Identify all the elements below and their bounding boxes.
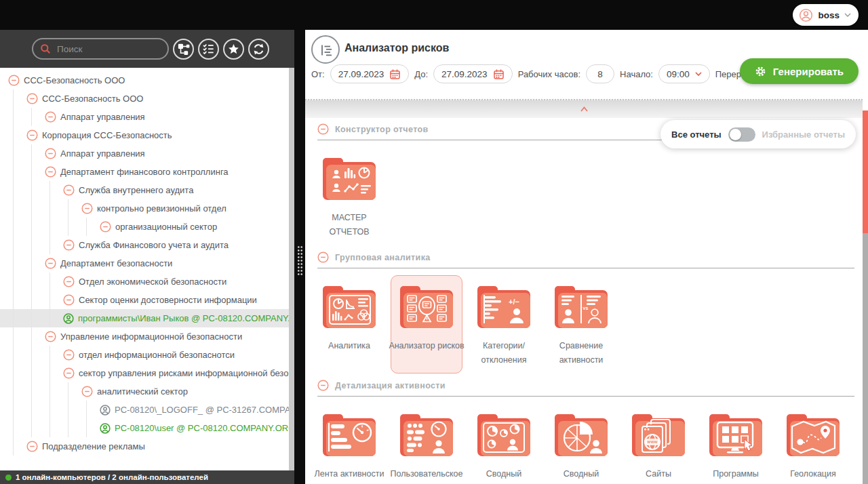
tree-guide-line xyxy=(50,199,50,218)
user-name: boss xyxy=(818,10,840,20)
report-tile-categories[interactable]: +/− Категории/ отклонения xyxy=(468,275,540,374)
tree-guide-line xyxy=(31,236,32,254)
minus-icon[interactable] xyxy=(45,258,56,269)
minus-icon[interactable] xyxy=(63,276,75,287)
user-icon[interactable] xyxy=(63,313,74,324)
minus-icon[interactable] xyxy=(45,148,56,159)
minus-icon[interactable] xyxy=(81,386,93,397)
minus-icon[interactable] xyxy=(100,221,111,233)
tree-guide-line xyxy=(50,346,50,364)
tree-item-label: ССС-Безопасность ООО xyxy=(24,75,125,85)
minus-icon[interactable] xyxy=(63,239,75,251)
tree-item[interactable]: Подразделение рекламы xyxy=(0,437,289,456)
tree-item[interactable]: аналитический сектор xyxy=(0,382,289,401)
tree-item-label: ССС-Безопасность ООО xyxy=(42,94,143,104)
tree-guide-line xyxy=(31,327,32,346)
tree-item[interactable]: программисты\Иван Рыков @ PC-08120.COMPA… xyxy=(0,309,289,327)
main-scrollbar-thumb[interactable] xyxy=(863,110,868,233)
report-tile-summary[interactable]: Сводный xyxy=(545,403,617,484)
tree-item[interactable]: ССС-Безопасность ООО xyxy=(0,71,289,89)
tree-item[interactable]: Корпорация ССС-Безопасность xyxy=(0,126,289,144)
all-reports-label[interactable]: Все отчеты xyxy=(671,129,722,140)
tree-item[interactable]: сектор управления рисками информационной… xyxy=(0,364,289,382)
tree-item-label: PC-08120\user @ PC-08120.COMPANY.ORG xyxy=(115,423,289,433)
minus-icon[interactable] xyxy=(8,75,20,86)
tree-item[interactable]: Сектор оценки достоверности информации xyxy=(0,291,289,309)
calendar-icon[interactable] xyxy=(493,68,505,80)
list-view-button[interactable] xyxy=(198,39,219,60)
tree-item[interactable]: Аппарат управления xyxy=(0,108,289,126)
main-scrollbar[interactable] xyxy=(863,110,868,484)
tree-item[interactable]: PC-08120\_LOGOFF_ @ PC-31267.COMPANY.ORG xyxy=(0,401,289,419)
report-tile-geo[interactable]: Геолокация xyxy=(777,403,849,484)
report-tile-summary-simple[interactable]: Сводный упрощенный xyxy=(468,403,540,484)
minus-icon[interactable] xyxy=(45,166,56,178)
tree-item[interactable]: контрольно ревизионный отдел xyxy=(0,199,289,218)
user-icon[interactable] xyxy=(100,405,111,416)
minus-icon[interactable] xyxy=(45,331,56,342)
start-time-select[interactable]: 09:00 xyxy=(658,64,710,83)
user-time-folder-icon xyxy=(397,412,456,458)
report-tile-risk-analyzer[interactable]: Анализатор рисков xyxy=(391,275,462,374)
report-tile-analytics[interactable]: Аналитика xyxy=(313,275,385,374)
user-menu-button[interactable]: boss xyxy=(793,4,859,26)
tree-item[interactable]: Департамент безопасности xyxy=(0,254,289,273)
report-tile-master-reports[interactable]: МАСТЕР ОТЧЕТОВ xyxy=(313,147,385,245)
tree-item[interactable]: Служба внутреннего аудита xyxy=(0,181,289,199)
structure-view-button[interactable] xyxy=(173,39,194,60)
tree-item[interactable]: отдел информационной безопаснотси xyxy=(0,346,289,364)
tiles-row: Аналитика Анализатор рисков +/− Категори… xyxy=(313,275,854,374)
tree-guide-line xyxy=(86,218,87,236)
minus-icon[interactable] xyxy=(45,111,56,123)
report-tile-user-time[interactable]: Пользовательское время xyxy=(391,403,462,484)
tree-item[interactable]: ССС-Безопасность ООО xyxy=(0,89,289,108)
minus-icon[interactable] xyxy=(63,294,75,306)
minus-icon[interactable] xyxy=(317,380,329,391)
panel-splitter[interactable] xyxy=(294,30,305,484)
minus-icon[interactable] xyxy=(81,203,93,214)
report-tile-activity-feed[interactable]: Лента активности xyxy=(313,403,385,484)
reports-toggle-switch[interactable] xyxy=(728,127,755,142)
collapse-panel-handle[interactable] xyxy=(305,99,863,118)
toggle-knob[interactable] xyxy=(730,129,741,140)
splitter-grip-icon[interactable] xyxy=(297,245,303,277)
user-icon[interactable] xyxy=(100,423,111,434)
generate-button[interactable]: Генерировать xyxy=(740,58,859,84)
chevron-up-icon[interactable] xyxy=(580,106,589,112)
tree-item[interactable]: PC-08120\user @ PC-08120.COMPANY.ORG xyxy=(0,419,289,437)
tree-item[interactable]: Отдел экономической безопасности xyxy=(0,273,289,291)
tree-guide-line xyxy=(31,144,32,163)
tile-label: МАСТЕР ОТЧЕТОВ xyxy=(311,211,387,239)
minus-icon[interactable] xyxy=(26,441,38,452)
favorite-reports-label[interactable]: Избранные отчеты xyxy=(762,129,845,140)
minus-icon[interactable] xyxy=(26,93,38,104)
report-tile-sites[interactable]: WWW Сайты xyxy=(623,403,694,484)
refresh-button[interactable] xyxy=(248,39,269,60)
section-header: Детализация активности xyxy=(317,380,854,397)
sidebar-scrollbar[interactable] xyxy=(289,68,294,470)
minus-icon[interactable] xyxy=(63,367,75,379)
minus-icon[interactable] xyxy=(317,123,329,135)
date-from-input[interactable]: 27.09.2023 xyxy=(330,64,410,83)
calendar-icon[interactable] xyxy=(389,68,401,80)
date-to-input[interactable]: 27.09.2023 xyxy=(433,64,513,83)
tree-item[interactable]: Департамент финансового контроллинга xyxy=(0,163,289,181)
tree-item[interactable]: Аппарат управления xyxy=(0,144,289,163)
work-hours-input[interactable]: 8 xyxy=(586,64,614,83)
favorites-button[interactable] xyxy=(223,39,244,60)
tree-guide-line xyxy=(13,181,14,199)
tree-guide-line xyxy=(31,364,32,382)
minus-icon[interactable] xyxy=(26,129,38,141)
tree-guide-line xyxy=(13,437,14,456)
minus-icon[interactable] xyxy=(317,251,329,263)
tree-item[interactable]: организационный сектор xyxy=(0,218,289,236)
search-input[interactable] xyxy=(56,43,161,55)
report-tile-compare[interactable]: vs Сравнение активности xyxy=(545,275,617,374)
minus-icon[interactable] xyxy=(63,184,75,196)
section-title: Детализация активности xyxy=(335,381,446,390)
minus-icon[interactable] xyxy=(63,349,75,361)
tree-item[interactable]: Служба Финансового учета и аудита xyxy=(0,236,289,254)
tree-guide-line xyxy=(13,273,14,291)
tree-item[interactable]: Управление информационной безопасности xyxy=(0,327,289,346)
report-tile-programs[interactable]: Программы xyxy=(700,403,772,484)
